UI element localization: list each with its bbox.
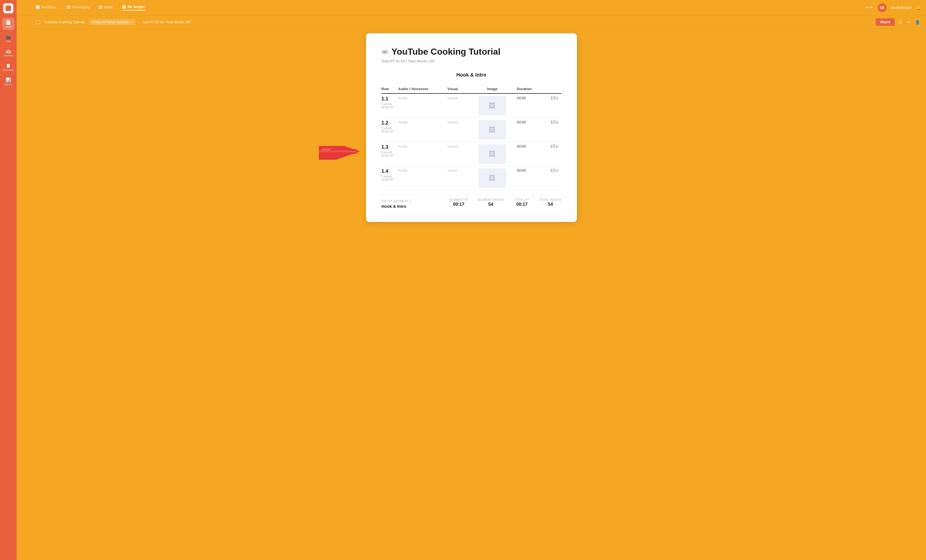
tab-screenplay-label: Screenplay — [72, 5, 90, 9]
row-number-cell[interactable]: 1.4 0 words 00:00 RT — [381, 166, 398, 190]
tab-youtube[interactable]: YouTube... — [36, 5, 58, 10]
grid-view-icon[interactable]: ⊞ — [897, 19, 903, 26]
visual-cell[interactable]: Visual... — [447, 94, 471, 118]
sidebar-item-script[interactable]: 📄 Script — [2, 18, 14, 30]
duration-cell: 00:00 — [517, 118, 545, 142]
total-words-label: Total Words — [540, 198, 561, 201]
row-number: 1.3 — [381, 144, 395, 150]
visual-cell[interactable]: Visual... — [447, 118, 471, 142]
sidebar-item-breakdown[interactable]: 📋 Breakdown — [2, 61, 14, 73]
document-card: v1 YouTube Cooking Tutorial Total RT 01:… — [366, 33, 577, 222]
image-thumbnail: 🖼 — [478, 120, 506, 139]
row-words: 0 words — [381, 103, 395, 106]
total-rt-value: 00:17 — [513, 202, 531, 207]
image-placeholder-icon: 🖼 — [489, 174, 496, 182]
user-assign-icon[interactable]: 👤 — [914, 19, 921, 26]
more-options-button[interactable]: ••• — [866, 5, 873, 11]
image-placeholder-icon: 🖼 — [489, 126, 496, 134]
sidebar-item-reports[interactable]: 📊 Reports — [2, 75, 14, 88]
version-badge: v1 — [381, 50, 388, 54]
clips-icon: 🎞 — [551, 120, 555, 125]
top-nav-right: ••• SB StudioBinder 🔔 — [866, 3, 921, 12]
row-words: 0 words — [381, 151, 395, 154]
clips-cell[interactable]: 🎞 0 — [545, 166, 561, 190]
visual-text: Visual... — [447, 168, 460, 172]
total-words-stat: Total Words 54 — [540, 198, 561, 207]
sidebar-label-schedule: Schedule — [4, 54, 13, 57]
app-logo[interactable] — [3, 3, 13, 13]
sidebar-label-strip: Strip — [6, 40, 11, 42]
user-avatar[interactable]: SB — [878, 3, 887, 12]
tab-screenplay[interactable]: Screenplay — [67, 5, 90, 10]
clips-cell[interactable]: 🎞 0 — [545, 94, 561, 118]
audio-cell[interactable]: Audio... — [398, 142, 448, 166]
share-button[interactable]: Share — [876, 18, 895, 26]
table-row: 1.4 0 words 00:00 RT Audio... Visual... … — [381, 166, 561, 190]
seg-stats: Segment RT 00:17 Segment Words 54 Total … — [449, 198, 561, 207]
tab-av-scripts[interactable]: AV Scripts — [123, 5, 145, 11]
duration-cell: 00:00 — [517, 94, 545, 118]
total-rt-info: Total RT 01:43 • Total Words: 347 — [142, 20, 191, 24]
tab-av-scripts-label: AV Scripts — [127, 5, 145, 9]
col-audio-header: Audio / Voiceover — [398, 85, 448, 94]
image-cell[interactable]: 🖼 — [471, 94, 517, 118]
reports-icon: 📊 — [6, 77, 11, 83]
table-header-row: Row Audio / Voiceover Visual Image Durat… — [381, 85, 561, 94]
tab-notes[interactable]: Notes — [99, 5, 113, 10]
main-content: v1 YouTube Cooking Tutorial Total RT 01:… — [17, 0, 926, 560]
image-cell[interactable]: 🖼 — [471, 166, 517, 190]
chevron-down-icon: ▾ — [131, 20, 132, 24]
top-nav: YouTube... Screenplay Notes AV Scripts •… — [17, 0, 926, 15]
col-visual-header: Visual — [447, 85, 471, 94]
image-thumbnail: 🖼 — [478, 168, 506, 188]
segment-words-value: 54 — [477, 202, 504, 207]
clips-count: 0 — [556, 169, 558, 173]
red-arrow-svg — [319, 146, 363, 160]
notification-bell-icon[interactable]: 🔔 — [916, 5, 921, 10]
row-rt: 00:00 RT — [381, 106, 395, 109]
project-name: Youtube Cooking Tutorial — [44, 20, 85, 24]
strip-icon: 🎬 — [6, 34, 11, 39]
seg-end-name: Hook & Intro — [381, 204, 449, 208]
row-number: 1.4 — [381, 168, 395, 174]
segment-words-stat: Segment Words 54 — [477, 198, 504, 207]
segment-rt-stat: Segment RT 00:17 — [449, 198, 468, 207]
audio-cell[interactable]: Audio... — [398, 166, 448, 190]
screenplay-tab-icon — [67, 6, 71, 9]
versions-dropdown[interactable]: Active AV Script Versions ▾ — [89, 19, 135, 25]
image-thumbnail: 🖼 — [478, 96, 506, 115]
row-number-cell[interactable]: 1.3 0 words 00:00 RT — [381, 142, 398, 166]
visual-text: Visual... — [447, 144, 460, 148]
clips-cell[interactable]: 🎞 0 — [545, 142, 561, 166]
audio-cell[interactable]: Audio... — [398, 94, 448, 118]
table-row: 1.1 0 words 00:00 RT Audio... Visual... … — [381, 94, 561, 118]
av-table: Row Audio / Voiceover Visual Image Durat… — [381, 85, 561, 190]
clips-count: 0 — [556, 96, 558, 100]
youtube-tab-icon — [36, 6, 39, 9]
project-checkbox[interactable] — [36, 20, 40, 24]
image-cell[interactable]: 🖼 — [471, 142, 517, 166]
row-number-cell[interactable]: 1.1 0 words 00:00 RT — [381, 94, 398, 118]
image-cell[interactable]: 🖼 — [471, 118, 517, 142]
notes-tab-icon — [99, 6, 102, 9]
tab-notes-label: Notes — [104, 5, 113, 9]
list-view-icon[interactable]: ≡ — [906, 19, 911, 26]
row-number-cell[interactable]: 1.2 0 words 00:00 RT — [381, 118, 398, 142]
subtitle-bar: Youtube Cooking Tutorial Active AV Scrip… — [17, 15, 926, 29]
sidebar-item-schedule[interactable]: 📅 Schedule — [2, 47, 14, 59]
clips-cell[interactable]: 🎞 0 — [545, 118, 561, 142]
segment-rt-label: Segment RT — [449, 198, 468, 201]
visual-cell[interactable]: Visual... — [447, 166, 471, 190]
visual-cell[interactable]: Visual... — [447, 142, 471, 166]
av-scripts-tab-icon — [123, 5, 126, 9]
row-number: 1.1 — [381, 96, 395, 102]
section-title: Hook & Intro — [381, 72, 561, 78]
user-initials: SB — [880, 6, 884, 10]
clips-icon: 🎞 — [551, 96, 555, 100]
row-number: 1.2 — [381, 120, 395, 126]
segment-rt-value: 00:17 — [449, 202, 468, 207]
schedule-icon: 📅 — [6, 48, 11, 54]
audio-cell[interactable]: Audio... — [398, 118, 448, 142]
sidebar-item-strip[interactable]: 🎬 Strip — [2, 32, 14, 44]
versions-label: Active AV Script Versions — [92, 20, 129, 24]
